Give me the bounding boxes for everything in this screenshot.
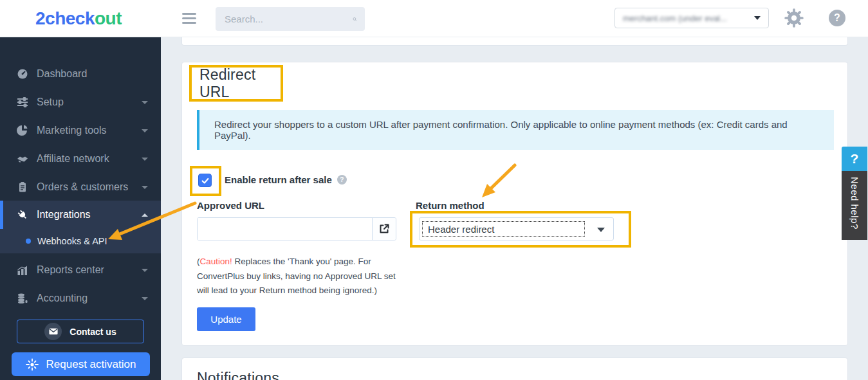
notifications-card: Notifications xyxy=(181,357,848,380)
return-method-select[interactable]: Header redirect xyxy=(419,217,614,240)
return-method-label: Return method xyxy=(416,200,485,211)
sliders-icon xyxy=(17,96,28,108)
sidebar-item-orders-customers[interactable]: Orders & customers xyxy=(0,173,161,201)
section-title: Redirect URL xyxy=(199,66,281,101)
enable-return-label: Enable return after sale xyxy=(225,174,332,185)
search-input[interactable] xyxy=(225,14,353,24)
dashboard-icon xyxy=(17,68,28,80)
redirect-url-card: Redirect URL Redirect your shoppers to a… xyxy=(181,62,848,346)
account-selector[interactable]: merchant.com (under eval... xyxy=(614,8,769,28)
info-banner-text: Redirect your shoppers to a custom URL a… xyxy=(214,119,819,141)
sidebar-item-label: Affiliate network xyxy=(37,153,109,165)
sidebar-item-setup[interactable]: Setup xyxy=(0,88,161,116)
caution-word: Caution! xyxy=(200,257,232,266)
chevron-down-icon xyxy=(142,129,148,132)
sidebar-item-label: Integrations xyxy=(37,209,91,221)
approved-url-input[interactable] xyxy=(198,218,372,240)
contact-us-button[interactable]: Contact us xyxy=(17,320,144,343)
pie-chart-icon xyxy=(17,125,28,136)
contact-us-label: Contact us xyxy=(69,327,116,337)
plug-icon xyxy=(14,206,30,222)
need-help-tab[interactable]: Need help? xyxy=(842,171,867,240)
sidebar-subitem-webhooks-api[interactable]: Webhooks & API xyxy=(0,229,161,253)
sidebar-item-reports-center[interactable]: Reports center xyxy=(0,256,161,284)
approved-url-group xyxy=(197,217,396,240)
info-banner: Redirect your shoppers to a custom URL a… xyxy=(197,110,834,150)
sidebar-item-label: Marketing tools xyxy=(37,125,107,136)
search-icon[interactable] xyxy=(353,14,357,25)
clipboard-icon xyxy=(17,181,28,193)
update-button[interactable]: Update xyxy=(197,307,255,331)
need-help-widget: ? Need help? xyxy=(842,147,867,240)
global-search xyxy=(216,7,365,31)
chevron-down-icon xyxy=(142,101,148,104)
main-content: Redirect URL Redirect your shoppers to a… xyxy=(161,37,868,380)
sidebar-item-label: Accounting xyxy=(37,293,88,304)
help-icon[interactable]: ? xyxy=(829,10,845,26)
chevron-down-icon xyxy=(754,16,761,20)
logo-part-green: out xyxy=(95,8,122,28)
top-header: 2checkout merchant.com (under eval... xyxy=(0,0,868,37)
chevron-down-icon xyxy=(142,186,148,189)
request-activation-label: Request activation xyxy=(46,358,136,371)
app-root: 2checkout merchant.com (under eval... xyxy=(0,0,868,380)
approved-url-label: Approved URL xyxy=(197,200,264,211)
chevron-up-icon xyxy=(142,213,148,217)
sidebar-active-group: Integrations Webhooks & API xyxy=(0,201,161,253)
settings-gear-icon[interactable] xyxy=(784,8,804,31)
active-bullet-dot xyxy=(26,239,31,244)
bar-chart-icon xyxy=(17,264,28,276)
sidebar: Dashboard Setup Marketing tools Affiliat… xyxy=(0,37,161,380)
brand-logo[interactable]: 2checkout xyxy=(35,8,122,29)
need-help-label: Need help? xyxy=(849,171,860,240)
sidebar-item-label: Orders & customers xyxy=(37,181,128,193)
sidebar-item-marketing-tools[interactable]: Marketing tools xyxy=(0,116,161,145)
open-url-button[interactable] xyxy=(372,218,396,240)
coins-icon xyxy=(17,293,28,304)
sunburst-icon xyxy=(26,358,39,371)
previous-card-bottom xyxy=(181,37,848,46)
chevron-down-icon xyxy=(142,269,148,272)
account-label: merchant.com (under eval... xyxy=(623,14,754,23)
request-activation-button[interactable]: Request activation xyxy=(12,352,150,376)
chevron-down-icon xyxy=(142,158,148,161)
need-help-question-icon[interactable]: ? xyxy=(842,147,867,171)
tooltip-help-icon[interactable]: ? xyxy=(337,175,347,185)
sidebar-item-dashboard[interactable]: Dashboard xyxy=(0,60,161,88)
sidebar-item-label: Dashboard xyxy=(37,68,87,80)
annotation-box-title: Redirect URL xyxy=(189,65,283,102)
logo-part-blue: 2check xyxy=(35,8,95,28)
sidebar-item-integrations[interactable]: Integrations xyxy=(0,201,161,229)
check-icon xyxy=(201,176,210,185)
envelope-icon xyxy=(44,323,62,340)
handshake-icon xyxy=(17,153,28,165)
enable-return-checkbox[interactable] xyxy=(198,174,212,187)
chevron-down-icon xyxy=(597,228,605,232)
sidebar-item-label: Setup xyxy=(37,96,64,108)
caution-note: (Caution! Replaces the 'Thank you' page.… xyxy=(197,255,404,298)
sidebar-item-affiliate-network[interactable]: Affiliate network xyxy=(0,145,161,173)
chevron-down-icon xyxy=(142,297,148,300)
notifications-title: Notifications xyxy=(197,370,279,380)
sidebar-item-accounting[interactable]: Accounting xyxy=(0,284,161,312)
menu-toggle-icon[interactable] xyxy=(182,13,196,24)
enable-return-label-row: Enable return after sale ? xyxy=(225,174,347,185)
sidebar-subitem-label: Webhooks & API xyxy=(37,236,107,246)
external-link-icon xyxy=(379,224,389,234)
sidebar-item-label: Reports center xyxy=(37,264,104,276)
return-method-value: Header redirect xyxy=(422,221,585,237)
